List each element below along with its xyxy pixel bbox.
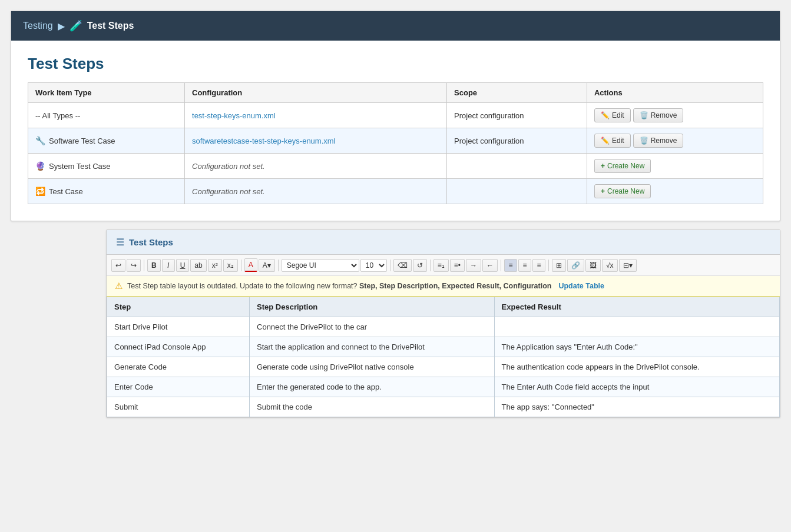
highlight-button[interactable]: A▾	[259, 259, 275, 272]
scope-cell: Project configuration	[447, 128, 587, 154]
configuration-cell[interactable]: softwaretestcase-test-step-keys-enum.xml	[185, 128, 447, 154]
table-row: 🔮System Test CaseConfiguration not set.+…	[28, 154, 763, 179]
config-link[interactable]: softwaretestcase-test-step-keys-enum.xml	[192, 137, 335, 145]
col-header-configuration: Configuration	[185, 83, 447, 103]
configuration-cell: Configuration not set.	[185, 179, 447, 204]
table-header-row: Work Item Type Configuration Scope Actio…	[28, 83, 763, 103]
top-panel: Testing ▶ 🧪 Test Steps Test Steps Work I…	[11, 11, 780, 221]
steps-col-step: Step	[107, 297, 250, 317]
bold-button[interactable]: B	[147, 259, 161, 272]
trash-icon: 🗑️	[640, 111, 648, 119]
step-row: Start Drive PilotConnect the DrivePilot …	[107, 317, 780, 337]
work-item-label: Test Case	[49, 187, 83, 196]
config-table: Work Item Type Configuration Scope Actio…	[28, 82, 763, 204]
breadcrumb-testing[interactable]: Testing	[23, 21, 53, 31]
eraser-button[interactable]: ⌫	[393, 259, 412, 272]
expected-result-cell: The Application says "Enter Auth Code:"	[494, 337, 779, 357]
redo-button[interactable]: ↪	[127, 259, 141, 272]
work-item-type-cell: 🔧Software Test Case	[28, 128, 185, 154]
config-link[interactable]: test-step-keys-enum.xml	[192, 111, 276, 120]
table-row: -- All Types --test-step-keys-enum.xmlPr…	[28, 103, 763, 128]
clear-format-button[interactable]: ↺	[413, 259, 427, 272]
breadcrumb-current: Test Steps	[87, 21, 134, 31]
edit-icon: ✏️	[601, 111, 610, 119]
step-row: Enter CodeEnter the generated code to th…	[107, 377, 780, 397]
ordered-list-button[interactable]: ≡₁	[433, 259, 449, 272]
trash-icon: 🗑️	[640, 137, 648, 145]
superscript-button[interactable]: x²	[208, 259, 222, 272]
font-color-button[interactable]: A	[244, 258, 257, 272]
step-cell: Enter Code	[107, 377, 250, 397]
create-new-button[interactable]: + Create New	[594, 159, 651, 173]
scope-cell	[447, 154, 587, 179]
outdent-button[interactable]: ←	[482, 259, 498, 272]
work-item-icon: 🔮	[35, 161, 45, 171]
work-item-label: System Test Case	[49, 162, 111, 171]
list-icon: ☰	[116, 237, 124, 248]
step-row: Generate CodeGenerate code using DrivePi…	[107, 357, 780, 377]
expected-result-cell: The app says: "Connected"	[494, 397, 779, 417]
step-description-cell: Enter the generated code to the app.	[250, 377, 495, 397]
align-left-button[interactable]: ≡	[504, 259, 517, 272]
underline-button[interactable]: U	[176, 259, 190, 272]
expected-result-cell: The authentication code appears in the D…	[494, 357, 779, 377]
create-new-button[interactable]: + Create New	[594, 184, 651, 198]
unordered-list-button[interactable]: ≡•	[450, 259, 465, 272]
work-item-icon: 🔧	[35, 136, 45, 145]
expected-result-cell	[494, 317, 779, 337]
update-table-link[interactable]: Update Table	[558, 282, 604, 290]
align-center-button[interactable]: ≡	[518, 259, 531, 272]
work-item-type-cell: 🔁Test Case	[28, 179, 185, 204]
edit-button[interactable]: ✏️ Edit	[594, 108, 631, 122]
warning-bar: ⚠ Test Step table layout is outdated. Up…	[107, 276, 780, 297]
page-title: Test Steps	[28, 55, 763, 73]
insert-link-button[interactable]: 🔗	[567, 259, 584, 272]
toolbar-separator-4	[390, 260, 390, 271]
font-size-select[interactable]: 10 12 14	[360, 259, 387, 272]
indent-button[interactable]: →	[466, 259, 481, 272]
config-not-set: Configuration not set.	[192, 162, 265, 171]
insert-formula-button[interactable]: √x	[602, 259, 618, 272]
toolbar-separator-7	[548, 260, 549, 271]
actions-cell: + Create New	[587, 154, 763, 179]
table-row: 🔁Test CaseConfiguration not set.+ Create…	[28, 179, 763, 204]
col-header-scope: Scope	[447, 83, 587, 103]
warning-text: Test Step table layout is outdated. Upda…	[127, 282, 551, 290]
undo-button[interactable]: ↩	[111, 259, 125, 272]
work-item-icon: 🔁	[35, 187, 45, 196]
steps-col-description: Step Description	[250, 297, 495, 317]
steps-table: Step Step Description Expected Result St…	[107, 297, 780, 417]
insert-image-button[interactable]: 🖼	[585, 259, 601, 272]
step-description-cell: Start the application and connect to the…	[250, 337, 495, 357]
font-name-select[interactable]: Segoe UI Arial Times New Roman	[282, 259, 359, 272]
strikethrough-button[interactable]: ab	[190, 259, 206, 272]
step-description-cell: Connect the DrivePilot to the car	[250, 317, 495, 337]
editor-toolbar: ↩ ↪ B I U ab x² x₂ A A▾ Segoe UI Arial T…	[107, 255, 780, 276]
remove-button[interactable]: 🗑️ Remove	[633, 134, 684, 148]
warning-bold-text: Step, Step Description, Expected Result,…	[359, 282, 551, 290]
toolbar-separator-1	[144, 260, 144, 271]
actions-cell: + Create New	[587, 179, 763, 204]
toolbar-separator-5	[430, 260, 431, 271]
col-header-actions: Actions	[587, 83, 763, 103]
subscript-button[interactable]: x₂	[223, 259, 238, 272]
align-right-button[interactable]: ≡	[532, 259, 545, 272]
work-item-label: Software Test Case	[49, 137, 115, 145]
flask-icon: 🧪	[69, 19, 82, 32]
insert-table-button[interactable]: ⊞	[552, 259, 566, 272]
toolbar-separator-2	[241, 260, 241, 271]
step-cell: Submit	[107, 397, 250, 417]
col-header-work-item-type: Work Item Type	[28, 83, 185, 103]
configuration-cell[interactable]: test-step-keys-enum.xml	[185, 103, 447, 128]
edit-button[interactable]: ✏️ Edit	[594, 134, 631, 148]
table-options-button[interactable]: ⊟▾	[619, 259, 637, 272]
italic-button[interactable]: I	[162, 259, 175, 272]
scope-cell: Project configuration	[447, 103, 587, 128]
step-cell: Generate Code	[107, 357, 250, 377]
work-item-type-cell: 🔮System Test Case	[28, 154, 185, 179]
steps-col-expected: Expected Result	[494, 297, 779, 317]
remove-button[interactable]: 🗑️ Remove	[633, 108, 684, 122]
step-description-cell: Submit the code	[250, 397, 495, 417]
step-description-cell: Generate code using DrivePilot native co…	[250, 357, 495, 377]
toolbar-separator-3	[278, 260, 279, 271]
